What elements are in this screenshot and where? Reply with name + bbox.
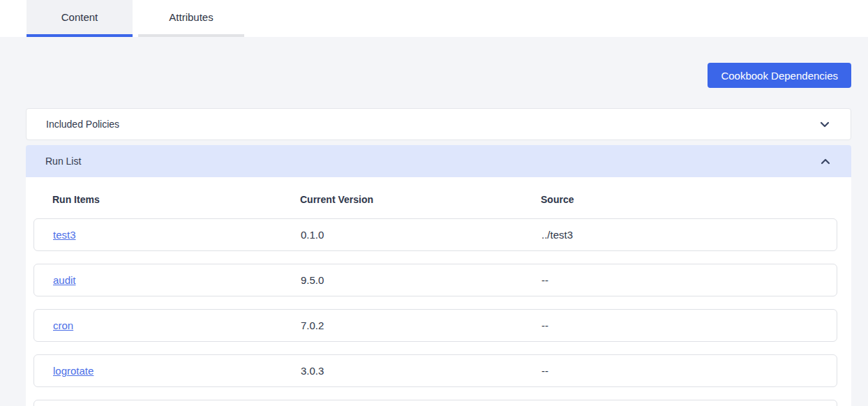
- column-header-current-version: Current Version: [300, 193, 541, 206]
- run-item-version: 0.1.0: [301, 229, 541, 241]
- run-item-link[interactable]: audit: [53, 274, 76, 286]
- table-row: test3 0.1.0 ../test3: [33, 218, 837, 251]
- tab-bar: Content Attributes: [0, 0, 868, 37]
- table-row-partial: [33, 400, 837, 406]
- run-list-title: Run List: [45, 156, 81, 167]
- cookbook-dependencies-button[interactable]: Cookbook Dependencies: [708, 63, 851, 88]
- column-header-source: Source: [541, 193, 837, 206]
- run-item-link[interactable]: test3: [53, 229, 76, 241]
- run-item-link[interactable]: cron: [53, 319, 73, 331]
- run-list-rows: test3 0.1.0 ../test3 audit 9.5.0 -- cron…: [33, 218, 837, 387]
- run-item-source: --: [541, 319, 837, 331]
- run-item-version: 7.0.2: [301, 319, 541, 331]
- table-row: logrotate 3.0.3 --: [33, 354, 837, 387]
- included-policies-title: Included Policies: [46, 119, 119, 130]
- run-item-version: 3.0.3: [301, 365, 541, 377]
- run-item-link[interactable]: logrotate: [53, 365, 93, 377]
- table-row: audit 9.5.0 --: [33, 264, 837, 296]
- run-list-header[interactable]: Run List: [26, 145, 851, 177]
- included-policies-header[interactable]: Included Policies: [26, 108, 851, 140]
- tab-attributes[interactable]: Attributes: [138, 0, 244, 37]
- column-header-run-items: Run Items: [52, 193, 300, 206]
- run-item-source: ../test3: [541, 229, 837, 241]
- content-area: Cookbook Dependencies Included Policies …: [0, 63, 868, 406]
- run-item-version: 9.5.0: [301, 274, 541, 286]
- table-row: cron 7.0.2 --: [33, 309, 837, 342]
- run-list-column-headers: Run Items Current Version Source: [33, 193, 837, 206]
- run-list-body: Run Items Current Version Source test3 0…: [26, 177, 851, 406]
- tab-content[interactable]: Content: [27, 0, 133, 37]
- chevron-down-icon[interactable]: [820, 121, 830, 128]
- chevron-up-icon[interactable]: [821, 158, 830, 165]
- run-item-source: --: [541, 365, 837, 377]
- run-item-source: --: [541, 274, 837, 286]
